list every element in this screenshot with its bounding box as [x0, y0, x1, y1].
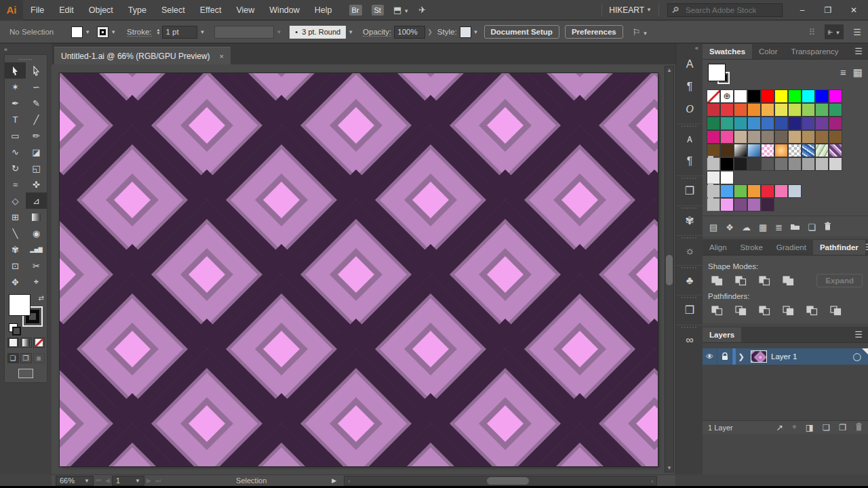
swatch[interactable]: [802, 130, 815, 144]
menu-file[interactable]: File: [23, 0, 52, 20]
swatch[interactable]: [802, 157, 815, 171]
tab-swatches[interactable]: Swatches: [703, 44, 752, 59]
menu-help[interactable]: Help: [307, 0, 340, 20]
zoom-tool[interactable]: ⌖: [26, 274, 47, 290]
vertical-scrollbar[interactable]: ▲ ▼: [665, 66, 674, 472]
slice-tool[interactable]: ✂: [26, 258, 47, 274]
menu-window[interactable]: Window: [262, 0, 307, 20]
type-tool[interactable]: T: [5, 111, 26, 127]
shaper-tool[interactable]: ∿: [5, 144, 26, 160]
delete-layer-icon[interactable]: [855, 422, 863, 433]
zoom-level-box[interactable]: 66% ▼: [56, 476, 94, 486]
horizontal-scroll-thumb[interactable]: [487, 477, 529, 485]
pathfinder-outline[interactable]: [803, 303, 821, 318]
fill-color-well[interactable]: [708, 64, 726, 81]
swatch[interactable]: ⊕: [720, 89, 734, 103]
swatch[interactable]: [747, 89, 761, 103]
new-layer-icon[interactable]: ❐: [839, 422, 846, 432]
swatch[interactable]: [720, 117, 734, 130]
layer-target-icon[interactable]: ◯: [853, 352, 861, 361]
list-view-icon[interactable]: ≡: [840, 66, 846, 79]
stroke-stepper[interactable]: ▲▼: [157, 28, 161, 35]
lock-icon[interactable]: [717, 348, 732, 365]
swatch[interactable]: [734, 130, 747, 144]
swatch[interactable]: [774, 157, 788, 171]
swatch[interactable]: [747, 198, 761, 211]
shape-mode-intersect[interactable]: [755, 273, 773, 288]
blend-tool[interactable]: ◉: [26, 225, 47, 241]
swatch[interactable]: [815, 89, 829, 103]
visibility-eye-icon[interactable]: 👁︎: [703, 348, 717, 365]
layer-name[interactable]: Layer 1: [771, 352, 797, 361]
swatch[interactable]: [747, 117, 761, 130]
artboard-nav-box[interactable]: 1 ▼: [112, 476, 144, 486]
swatch-options-icon[interactable]: ▦: [759, 222, 767, 232]
panel-grip[interactable]: ▪▪▪▪▪▪: [5, 57, 47, 62]
swatch[interactable]: [734, 103, 747, 117]
paragraph-styles-panel-icon[interactable]: ¶: [676, 150, 703, 172]
chevron-down-icon[interactable]: ▼: [348, 29, 353, 35]
stroke-weight-value[interactable]: 1 pt: [162, 26, 197, 39]
swatch[interactable]: [747, 157, 761, 171]
pen-tool[interactable]: ✒: [5, 95, 26, 111]
swatch[interactable]: [734, 144, 747, 157]
fill-color-well[interactable]: [9, 294, 31, 316]
swatch[interactable]: [761, 89, 774, 103]
cc-libraries-panel-icon[interactable]: ∞: [676, 329, 703, 351]
panel-menu-icon[interactable]: ☰: [854, 46, 868, 59]
maximize-button[interactable]: ❐: [816, 3, 840, 18]
stroke-weight-label[interactable]: Stroke:: [127, 28, 151, 37]
swatch[interactable]: [802, 117, 815, 130]
column-graph-tool[interactable]: ▂▅▇: [26, 241, 47, 258]
swatch[interactable]: [829, 144, 842, 157]
screen-mode-button[interactable]: [18, 369, 33, 378]
make-clipping-mask-icon[interactable]: ◨: [806, 422, 814, 432]
pathfinder-trim[interactable]: [732, 303, 749, 318]
swatch[interactable]: [707, 103, 720, 117]
chevron-right-icon[interactable]: ❯: [427, 28, 433, 35]
width-tool[interactable]: ≈: [5, 176, 26, 192]
character-panel-icon[interactable]: A: [676, 53, 703, 75]
swatch[interactable]: [720, 171, 734, 184]
opacity-label[interactable]: Opacity:: [363, 28, 391, 37]
swatch[interactable]: [720, 103, 734, 117]
new-color-group-icon[interactable]: [791, 222, 800, 232]
shape-builder-tool[interactable]: ◇: [5, 192, 26, 209]
new-swatch-icon[interactable]: ❏: [808, 222, 816, 232]
pathfinder-crop[interactable]: [779, 303, 797, 318]
swatch[interactable]: [761, 117, 774, 130]
stock-search-input[interactable]: [667, 3, 783, 17]
menu-view[interactable]: View: [229, 0, 262, 20]
swatch[interactable]: [829, 103, 842, 117]
swatch[interactable]: [802, 144, 815, 157]
swatch[interactable]: [707, 89, 720, 103]
fill-swatch[interactable]: [71, 26, 83, 38]
next-artboard-icon[interactable]: ▶: [146, 477, 151, 484]
hand-tool[interactable]: ✥: [5, 274, 26, 290]
paintbrush-tool[interactable]: ✏: [26, 127, 47, 144]
swatch[interactable]: [815, 103, 829, 117]
swatch[interactable]: [720, 144, 734, 157]
chevron-down-icon[interactable]: ▼: [276, 29, 281, 35]
swatch-list-icon[interactable]: ≣: [775, 222, 783, 232]
symbol-sprayer-tool[interactable]: ✾: [5, 241, 26, 258]
swatch[interactable]: [815, 144, 829, 157]
delete-swatch-icon[interactable]: [824, 222, 831, 232]
pathfinder-minus-back[interactable]: [827, 303, 844, 318]
arrange-documents-icon[interactable]: ⬒▼: [393, 5, 409, 15]
swatch[interactable]: [761, 198, 774, 211]
app-logo[interactable]: Ai: [0, 0, 23, 20]
document-setup-button[interactable]: Document Setup: [484, 25, 559, 39]
opentype-panel-icon[interactable]: O: [676, 98, 703, 120]
tab-layers[interactable]: Layers: [703, 327, 741, 342]
color-mode-button[interactable]: [7, 338, 19, 348]
swatch-libraries-icon[interactable]: ▤: [709, 222, 717, 232]
shape-mode-minus-front[interactable]: [732, 273, 749, 288]
layer-thumbnail[interactable]: [751, 350, 767, 363]
stock-button[interactable]: St: [372, 5, 384, 16]
menu-object[interactable]: Object: [81, 0, 121, 20]
swatch[interactable]: [815, 157, 829, 171]
color-group-folder-icon[interactable]: [707, 157, 720, 171]
rotate-tool[interactable]: ↻: [5, 160, 26, 176]
isolate-icon[interactable]: ⚐▼: [633, 27, 648, 37]
